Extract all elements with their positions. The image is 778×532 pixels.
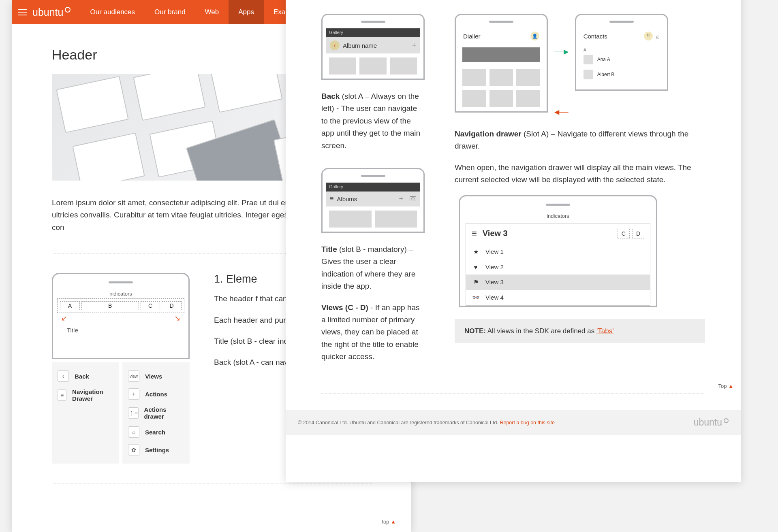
drawer-item-4[interactable]: 👓View 4 [466,290,650,305]
bug-link[interactable]: Report a bug on this site [500,420,555,426]
slot-b: B [81,301,139,310]
mock-back-phone: Gallery ‹ Album name + [321,14,425,80]
menu-icon[interactable] [18,9,27,15]
drawer-item-2[interactable]: ♥View 2 [466,260,650,275]
nav-item-brand[interactable]: Our brand [145,0,195,24]
legend-item-search: ⌕ Search [128,423,184,441]
contact-row[interactable]: Albert B [584,67,660,82]
navdrawer-desc2: When open, the navigation drawer will di… [455,162,705,186]
divider [52,483,372,483]
drawer-expanded-mockup: indicators ≡ View 3 C D ★View 1 ♥View 2 [459,195,657,307]
phone-slots-mockup: indicators A B C D ↙ ↘ Title [52,273,190,359]
legend-item-views: view Views [128,367,184,385]
avatar-icon [584,70,593,79]
camera-icon[interactable] [410,196,416,201]
nav-item-audiences[interactable]: Our audiences [80,0,145,24]
legend-item-back: ‹ Back [58,367,113,385]
search-icon[interactable]: ⌕ [656,33,660,40]
flag-icon: ⚑ [472,279,480,286]
arrow-left-icon: ◀── [554,108,569,116]
top-link[interactable]: Top ▲ [286,379,741,393]
slot-c: C [618,229,630,238]
view-icon: view [128,370,139,382]
legend-item-nav-drawer: ≡ Navigation Drawer [58,385,113,405]
title-slot-label: Title [57,323,184,358]
footer-logo: ubuntu [694,417,729,428]
triangle-up-icon: ▲ [391,519,396,525]
heart-icon: ♥ [472,264,480,270]
navdrawer-desc1: Navigation drawer (Slot A) – Navigate to… [455,128,705,153]
legend-item-actions-drawer: ⋮≡ Actions drawer [128,403,184,423]
copyright: © 2014 Canonical Ltd. Ubuntu and Canonic… [298,420,555,426]
hamburger-icon[interactable]: ≡ [472,228,477,239]
plus-icon: + [128,388,139,400]
avatar-icon [584,55,593,64]
user-icon[interactable]: 👤 [530,32,539,40]
header-title: Album name [343,42,377,49]
slot-d: D [162,301,182,310]
triangle-up-icon: ▲ [728,383,733,389]
search-icon: ⌕ [128,426,139,438]
plus-icon[interactable]: + [412,41,416,50]
drawer-current-view: View 3 [483,229,508,238]
drawer-transition-mockup: Dialler 👤 ──▶ ◀── Contact [455,14,705,116]
mock-title-phone: Gallery ≡ Albums + [321,168,425,233]
brand-text: ubuntu [32,6,63,18]
back-icon[interactable]: ‹ [330,40,340,50]
views-desc: Views (C - D) - If an app has a limited … [321,302,425,363]
legend: ‹ Back ≡ Navigation Drawer view Views [52,362,190,464]
nav-items: Our audiences Our brand Web Apps Exam [80,0,301,24]
legend-item-actions: + Actions [128,385,184,403]
contact-row[interactable]: Ana A [584,52,660,67]
phone-speaker-icon [109,281,133,283]
indicators-label: indicators [466,211,650,221]
gear-icon: ✿ [128,444,139,455]
back-desc: Back (slot A – Always on the left) - The… [321,90,425,152]
app-bar: Gallery [326,183,420,192]
legend-item-settings: ✿ Settings [128,441,184,459]
back-chevron-icon: ‹ [58,370,69,382]
app-bar: Gallery [326,28,420,37]
slot-d: D [632,229,644,238]
top-link[interactable]: Top ▲ [374,515,403,529]
footer: © 2014 Canonical Ltd. Ubuntu and Canonic… [286,410,741,435]
brand-circle-icon [724,418,729,423]
plus-icon[interactable]: + [399,195,403,203]
note-box: NOTE: All views in the SDK are defined a… [455,319,705,343]
indicators-label: indicators [57,289,184,298]
page-right: Top ▲ Gallery ‹ Album name + Back (slot … [286,0,741,482]
brand-circle-icon [65,7,71,13]
actions-drawer-icon: ⋮≡ [128,407,139,419]
star-icon: ★ [472,248,480,255]
tabs-link[interactable]: 'Tabs' [596,327,613,335]
header-title: Dialler [463,33,481,40]
drawer-item-1[interactable]: ★View 1 [466,244,650,260]
header-title: Albums [337,196,357,202]
title-desc: Title (slot B - mandatory) – Gives the u… [321,243,425,293]
brand-logo[interactable]: ubuntu [32,6,71,18]
slot-c: C [141,301,160,310]
nav-item-apps[interactable]: Apps [229,0,264,24]
nav-item-web[interactable]: Web [195,0,229,24]
hamburger-icon[interactable]: ≡ [330,195,333,202]
drawer-item-3[interactable]: ⚑View 3 [466,275,650,290]
section-letter: A [584,47,660,52]
header-title: Contacts [584,33,607,40]
arrow-down-icon: ↙ [61,314,67,323]
hamburger-icon: ≡ [58,389,66,401]
arrow-right-icon: ──▶ [554,48,569,55]
arrow-down-icon: ↘ [174,314,180,323]
dialpad-icon[interactable]: ⠿ [644,32,653,40]
slot-a: A [60,301,80,310]
glasses-icon: 👓 [472,294,480,301]
